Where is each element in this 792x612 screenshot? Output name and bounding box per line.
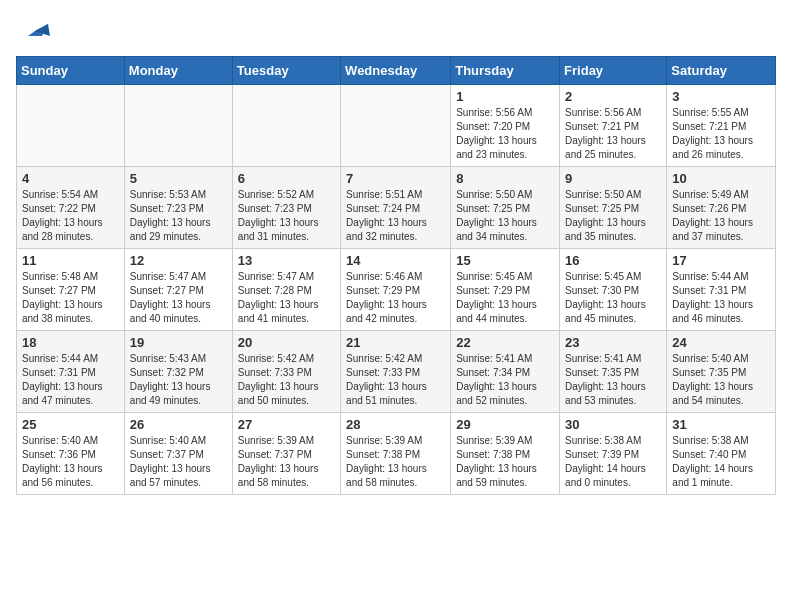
calendar-cell: 7Sunrise: 5:51 AM Sunset: 7:24 PM Daylig… xyxy=(341,167,451,249)
calendar-cell: 2Sunrise: 5:56 AM Sunset: 7:21 PM Daylig… xyxy=(560,85,667,167)
day-number: 2 xyxy=(565,89,661,104)
day-info: Sunrise: 5:39 AM Sunset: 7:38 PM Dayligh… xyxy=(346,434,445,490)
day-info: Sunrise: 5:46 AM Sunset: 7:29 PM Dayligh… xyxy=(346,270,445,326)
calendar-week-row: 25Sunrise: 5:40 AM Sunset: 7:36 PM Dayli… xyxy=(17,413,776,495)
day-info: Sunrise: 5:56 AM Sunset: 7:20 PM Dayligh… xyxy=(456,106,554,162)
calendar-cell: 31Sunrise: 5:38 AM Sunset: 7:40 PM Dayli… xyxy=(667,413,776,495)
day-info: Sunrise: 5:55 AM Sunset: 7:21 PM Dayligh… xyxy=(672,106,770,162)
column-header-sunday: Sunday xyxy=(17,57,125,85)
day-info: Sunrise: 5:40 AM Sunset: 7:36 PM Dayligh… xyxy=(22,434,119,490)
calendar-cell: 18Sunrise: 5:44 AM Sunset: 7:31 PM Dayli… xyxy=(17,331,125,413)
day-number: 27 xyxy=(238,417,335,432)
day-number: 16 xyxy=(565,253,661,268)
calendar-cell: 16Sunrise: 5:45 AM Sunset: 7:30 PM Dayli… xyxy=(560,249,667,331)
calendar-cell: 13Sunrise: 5:47 AM Sunset: 7:28 PM Dayli… xyxy=(232,249,340,331)
logo-icon xyxy=(20,16,50,46)
day-number: 22 xyxy=(456,335,554,350)
day-number: 13 xyxy=(238,253,335,268)
calendar-cell: 27Sunrise: 5:39 AM Sunset: 7:37 PM Dayli… xyxy=(232,413,340,495)
day-number: 17 xyxy=(672,253,770,268)
day-info: Sunrise: 5:45 AM Sunset: 7:30 PM Dayligh… xyxy=(565,270,661,326)
calendar-cell: 3Sunrise: 5:55 AM Sunset: 7:21 PM Daylig… xyxy=(667,85,776,167)
day-info: Sunrise: 5:49 AM Sunset: 7:26 PM Dayligh… xyxy=(672,188,770,244)
day-number: 12 xyxy=(130,253,227,268)
column-header-thursday: Thursday xyxy=(451,57,560,85)
column-header-saturday: Saturday xyxy=(667,57,776,85)
day-number: 18 xyxy=(22,335,119,350)
calendar-week-row: 4Sunrise: 5:54 AM Sunset: 7:22 PM Daylig… xyxy=(17,167,776,249)
calendar-week-row: 18Sunrise: 5:44 AM Sunset: 7:31 PM Dayli… xyxy=(17,331,776,413)
calendar-cell: 11Sunrise: 5:48 AM Sunset: 7:27 PM Dayli… xyxy=(17,249,125,331)
calendar-cell: 28Sunrise: 5:39 AM Sunset: 7:38 PM Dayli… xyxy=(341,413,451,495)
day-info: Sunrise: 5:41 AM Sunset: 7:34 PM Dayligh… xyxy=(456,352,554,408)
day-number: 19 xyxy=(130,335,227,350)
day-number: 30 xyxy=(565,417,661,432)
calendar-cell: 21Sunrise: 5:42 AM Sunset: 7:33 PM Dayli… xyxy=(341,331,451,413)
day-number: 21 xyxy=(346,335,445,350)
day-number: 5 xyxy=(130,171,227,186)
calendar-cell: 29Sunrise: 5:39 AM Sunset: 7:38 PM Dayli… xyxy=(451,413,560,495)
calendar-cell: 25Sunrise: 5:40 AM Sunset: 7:36 PM Dayli… xyxy=(17,413,125,495)
day-number: 8 xyxy=(456,171,554,186)
day-info: Sunrise: 5:40 AM Sunset: 7:37 PM Dayligh… xyxy=(130,434,227,490)
calendar-cell xyxy=(232,85,340,167)
logo xyxy=(16,16,50,46)
day-number: 26 xyxy=(130,417,227,432)
day-number: 14 xyxy=(346,253,445,268)
calendar-cell xyxy=(17,85,125,167)
day-info: Sunrise: 5:56 AM Sunset: 7:21 PM Dayligh… xyxy=(565,106,661,162)
day-number: 6 xyxy=(238,171,335,186)
day-info: Sunrise: 5:40 AM Sunset: 7:35 PM Dayligh… xyxy=(672,352,770,408)
column-header-wednesday: Wednesday xyxy=(341,57,451,85)
day-info: Sunrise: 5:39 AM Sunset: 7:38 PM Dayligh… xyxy=(456,434,554,490)
day-info: Sunrise: 5:42 AM Sunset: 7:33 PM Dayligh… xyxy=(238,352,335,408)
day-info: Sunrise: 5:44 AM Sunset: 7:31 PM Dayligh… xyxy=(22,352,119,408)
day-info: Sunrise: 5:54 AM Sunset: 7:22 PM Dayligh… xyxy=(22,188,119,244)
calendar-header-row: SundayMondayTuesdayWednesdayThursdayFrid… xyxy=(17,57,776,85)
calendar-cell: 19Sunrise: 5:43 AM Sunset: 7:32 PM Dayli… xyxy=(124,331,232,413)
column-header-monday: Monday xyxy=(124,57,232,85)
calendar-cell: 12Sunrise: 5:47 AM Sunset: 7:27 PM Dayli… xyxy=(124,249,232,331)
calendar-cell: 26Sunrise: 5:40 AM Sunset: 7:37 PM Dayli… xyxy=(124,413,232,495)
day-number: 31 xyxy=(672,417,770,432)
day-number: 7 xyxy=(346,171,445,186)
calendar-table: SundayMondayTuesdayWednesdayThursdayFrid… xyxy=(16,56,776,495)
day-number: 1 xyxy=(456,89,554,104)
day-info: Sunrise: 5:45 AM Sunset: 7:29 PM Dayligh… xyxy=(456,270,554,326)
day-info: Sunrise: 5:43 AM Sunset: 7:32 PM Dayligh… xyxy=(130,352,227,408)
calendar-cell xyxy=(341,85,451,167)
day-info: Sunrise: 5:42 AM Sunset: 7:33 PM Dayligh… xyxy=(346,352,445,408)
calendar-cell xyxy=(124,85,232,167)
calendar-cell: 24Sunrise: 5:40 AM Sunset: 7:35 PM Dayli… xyxy=(667,331,776,413)
column-header-tuesday: Tuesday xyxy=(232,57,340,85)
day-number: 23 xyxy=(565,335,661,350)
calendar-cell: 15Sunrise: 5:45 AM Sunset: 7:29 PM Dayli… xyxy=(451,249,560,331)
day-number: 3 xyxy=(672,89,770,104)
calendar-cell: 8Sunrise: 5:50 AM Sunset: 7:25 PM Daylig… xyxy=(451,167,560,249)
day-info: Sunrise: 5:38 AM Sunset: 7:39 PM Dayligh… xyxy=(565,434,661,490)
calendar-cell: 14Sunrise: 5:46 AM Sunset: 7:29 PM Dayli… xyxy=(341,249,451,331)
day-number: 29 xyxy=(456,417,554,432)
day-number: 25 xyxy=(22,417,119,432)
calendar-week-row: 11Sunrise: 5:48 AM Sunset: 7:27 PM Dayli… xyxy=(17,249,776,331)
calendar-cell: 30Sunrise: 5:38 AM Sunset: 7:39 PM Dayli… xyxy=(560,413,667,495)
day-info: Sunrise: 5:44 AM Sunset: 7:31 PM Dayligh… xyxy=(672,270,770,326)
day-number: 9 xyxy=(565,171,661,186)
day-info: Sunrise: 5:41 AM Sunset: 7:35 PM Dayligh… xyxy=(565,352,661,408)
day-info: Sunrise: 5:51 AM Sunset: 7:24 PM Dayligh… xyxy=(346,188,445,244)
day-info: Sunrise: 5:52 AM Sunset: 7:23 PM Dayligh… xyxy=(238,188,335,244)
day-number: 10 xyxy=(672,171,770,186)
calendar-week-row: 1Sunrise: 5:56 AM Sunset: 7:20 PM Daylig… xyxy=(17,85,776,167)
calendar-cell: 17Sunrise: 5:44 AM Sunset: 7:31 PM Dayli… xyxy=(667,249,776,331)
column-header-friday: Friday xyxy=(560,57,667,85)
day-info: Sunrise: 5:50 AM Sunset: 7:25 PM Dayligh… xyxy=(565,188,661,244)
page-header xyxy=(16,16,776,46)
day-info: Sunrise: 5:39 AM Sunset: 7:37 PM Dayligh… xyxy=(238,434,335,490)
calendar-cell: 4Sunrise: 5:54 AM Sunset: 7:22 PM Daylig… xyxy=(17,167,125,249)
day-number: 11 xyxy=(22,253,119,268)
day-number: 15 xyxy=(456,253,554,268)
day-number: 20 xyxy=(238,335,335,350)
day-info: Sunrise: 5:47 AM Sunset: 7:28 PM Dayligh… xyxy=(238,270,335,326)
calendar-cell: 6Sunrise: 5:52 AM Sunset: 7:23 PM Daylig… xyxy=(232,167,340,249)
day-info: Sunrise: 5:47 AM Sunset: 7:27 PM Dayligh… xyxy=(130,270,227,326)
